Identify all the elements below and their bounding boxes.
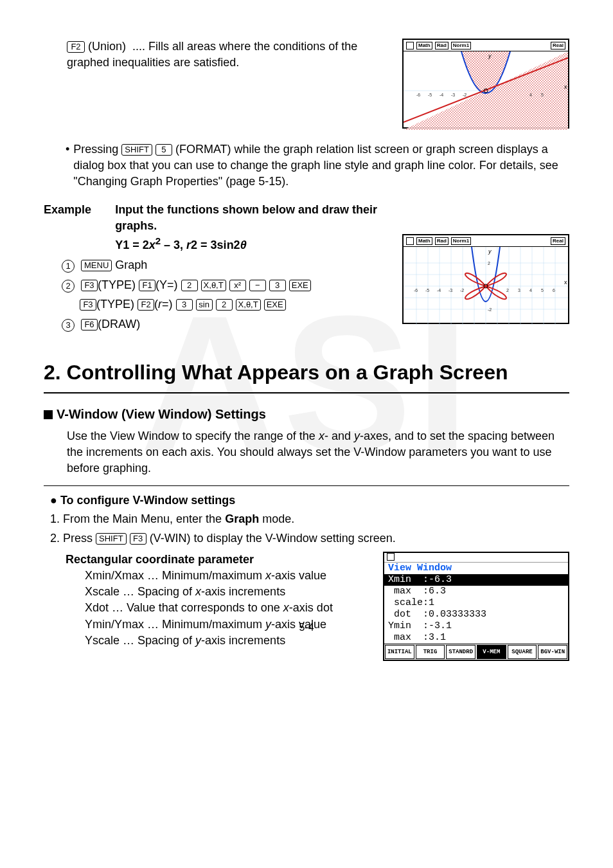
key-5: 5 — [155, 144, 172, 156]
key-f6: F6 — [81, 319, 98, 330]
svg-text:y: y — [488, 248, 492, 255]
vwin-f-vmem: V-MEM — [477, 645, 506, 659]
badge-real: Real — [551, 42, 565, 50]
battery-icon-3 — [387, 553, 395, 561]
key-menu: MENU — [81, 260, 112, 271]
cfg-step2: 2. Press SHIFT F3 (V-WIN) to display the… — [50, 530, 569, 547]
page-number: 5-4 — [0, 620, 613, 635]
svg-text:3: 3 — [518, 288, 520, 293]
battery-icon — [406, 42, 414, 50]
key-f1: F1 — [139, 280, 155, 291]
vwin-f-standrd: STANDRD — [446, 645, 475, 659]
key-f3a: F3 — [81, 280, 98, 291]
vwindow-heading: V-Window (View Window) Settings — [44, 405, 569, 423]
vwin-f-square: SQUARE — [508, 645, 537, 659]
key-xthetat-b: X,θ,T — [236, 299, 261, 311]
bullet-configure: ● To configure V-Window settings — [50, 493, 569, 509]
key-x2: x² — [229, 280, 246, 291]
badge-math-2: Math — [416, 237, 432, 245]
key-f3b: F3 — [80, 299, 96, 311]
key-f2: F2 — [67, 41, 85, 53]
step-3: 3 F6(DRAW) — [62, 316, 392, 332]
svg-text:4: 4 — [529, 93, 532, 97]
param-xmin: Xmin/Xmax … Minimum/maximum x-axis value — [85, 568, 370, 584]
key-2a: 2 — [181, 280, 198, 291]
svg-text:-3: -3 — [451, 93, 455, 97]
svg-text:-2: -2 — [488, 307, 492, 312]
vwin-footer: INITIAL TRIG STANDRD V-MEM SQUARE BGV-WI… — [384, 644, 568, 660]
svg-text:-4: -4 — [437, 288, 441, 293]
vwindow-para: Use the View Window to specify the range… — [67, 428, 569, 477]
key-3a: 3 — [269, 280, 286, 291]
cfg-step1: 1. From the Main Menu, enter the Graph m… — [50, 511, 569, 527]
section-title: 2. Controlling What Appears on a Graph S… — [44, 358, 569, 387]
key-f3c: F3 — [130, 533, 147, 545]
example-title: Input the functions shown below and draw… — [115, 202, 392, 234]
vwin-f-bgvwin: BGV-WIN — [538, 645, 567, 659]
square-bullet-icon — [44, 410, 53, 419]
badge-math: Math — [416, 42, 432, 50]
example-graph: x y -6-5-4 -3-2 234 56 2-2 — [404, 247, 568, 325]
vwin-dot: dot :0.03333333 — [384, 609, 568, 620]
circled-3: 3 — [62, 319, 75, 332]
circled-1: 1 — [62, 260, 75, 273]
svg-text:x: x — [564, 84, 567, 90]
key-3b: 3 — [176, 299, 193, 311]
vwin-f-trig: TRIG — [416, 645, 445, 659]
key-shift-2: SHIFT — [96, 533, 127, 545]
key-xthetat: X,θ,T — [201, 280, 226, 291]
union-label: (Union) — [88, 40, 126, 53]
vwin-scale: scale:1 — [384, 597, 568, 609]
step-1: 1 MENU Graph — [62, 257, 392, 273]
rect-coord-heading: Rectangular coordinate parameter — [66, 552, 370, 568]
svg-text:-2: -2 — [460, 288, 464, 293]
key-exe-b: EXE — [264, 299, 286, 311]
vwin-xmin: Xmin :-6.3 — [384, 574, 568, 586]
battery-icon-2 — [406, 237, 414, 245]
calc-screenshot-example: Math Rad Norm1 Real — [402, 234, 569, 324]
key-2b: 2 — [216, 299, 233, 311]
key-exe-a: EXE — [289, 280, 311, 291]
vwin-xmax: max :6.3 — [384, 586, 568, 597]
format-note: Pressing SHIFT 5 (FORMAT) while the grap… — [73, 141, 569, 190]
svg-text:y: y — [488, 53, 492, 59]
param-xscale: Xscale … Spacing of x-axis increments — [85, 584, 370, 600]
key-f2b: F2 — [138, 299, 154, 311]
vwin-title: View Window — [384, 563, 568, 574]
rule-mid — [44, 485, 569, 486]
svg-text:-2: -2 — [463, 93, 466, 97]
svg-text:2: 2 — [488, 261, 490, 266]
svg-text:6: 6 — [553, 288, 555, 293]
key-minus: − — [249, 280, 266, 291]
badge-rad-2: Rad — [435, 237, 449, 245]
badge-rad: Rad — [435, 42, 449, 50]
vwindow-screenshot: View Window Xmin :-6.3 max :6.3 scale:1 … — [383, 552, 569, 661]
calc-screenshot-union: Math Rad Norm1 Real — [402, 39, 569, 129]
param-xdot: Xdot … Value that corresponds to one x-a… — [85, 600, 370, 616]
circled-2: 2 — [62, 280, 75, 293]
svg-text:-6: -6 — [416, 93, 420, 97]
union-line: F2 (Union) .... Fills all areas where th… — [67, 39, 392, 71]
example-label: Example — [44, 202, 96, 218]
example-eq: Y1 = 2x2 – 3, r2 = 3sin2θ — [115, 234, 392, 253]
step-2-line1: 2 F3(TYPE) F1(Y=) 2 X,θ,T x² − 3 EXE — [62, 277, 392, 293]
vwin-f-initial: INITIAL — [385, 645, 414, 659]
svg-text:-4: -4 — [440, 93, 443, 97]
badge-norm1-2: Norm1 — [451, 237, 471, 245]
svg-text:2: 2 — [506, 288, 509, 293]
svg-text:-5: -5 — [428, 93, 432, 97]
dots: .... — [132, 40, 145, 53]
svg-text:-5: -5 — [425, 288, 429, 293]
svg-text:x: x — [564, 279, 567, 285]
key-sin: sin — [196, 299, 213, 311]
svg-text:-6: -6 — [414, 288, 418, 293]
svg-text:4: 4 — [529, 288, 532, 293]
step-2-line2: F3(TYPE) F2(r=) 3 sin 2 X,θ,T EXE — [80, 296, 392, 312]
key-shift: SHIFT — [121, 144, 152, 156]
svg-text:5: 5 — [541, 288, 544, 293]
svg-text:5: 5 — [541, 93, 544, 97]
union-graph: x y -6-5-4 -3-2 45 — [404, 51, 568, 130]
svg-text:-3: -3 — [449, 288, 452, 293]
rule-heavy — [44, 392, 569, 393]
badge-norm1: Norm1 — [451, 42, 471, 50]
